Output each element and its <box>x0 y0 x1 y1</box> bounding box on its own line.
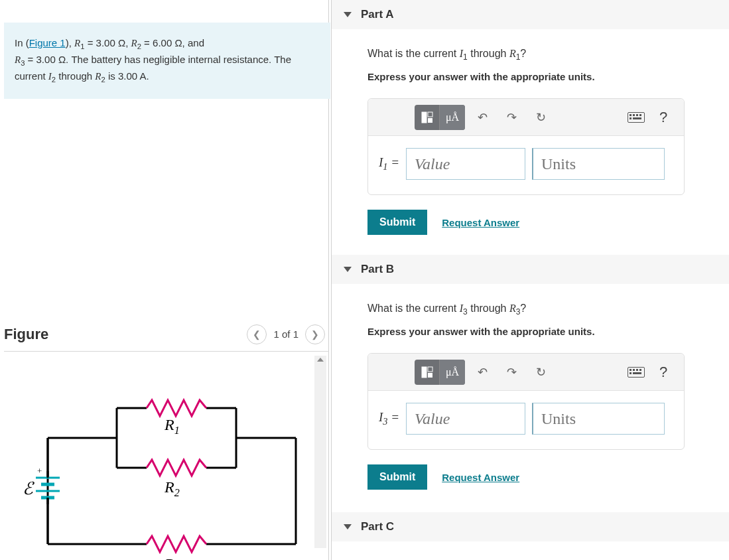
circuit-diagram: + ℰ R1 R2 R3 <box>17 378 309 560</box>
keyboard-button[interactable] <box>623 360 649 385</box>
part-c-header[interactable]: Part C <box>332 512 729 541</box>
part-b-question: What is the current I3 through R3? <box>367 303 716 316</box>
svg-rect-29 <box>428 367 432 372</box>
collapse-icon <box>344 267 352 272</box>
keyboard-icon <box>628 112 645 123</box>
part-b-request-answer-link[interactable]: Request Answer <box>442 472 519 483</box>
part-a-value-input[interactable] <box>406 148 525 180</box>
part-b-value-input[interactable] <box>406 403 525 435</box>
redo-button[interactable]: ↷ <box>498 360 525 385</box>
svg-text:+: + <box>37 466 42 476</box>
redo-button[interactable]: ↷ <box>498 105 525 130</box>
figure-scrollbar[interactable] <box>314 356 326 548</box>
part-a-units-input[interactable] <box>532 148 665 180</box>
svg-rect-25 <box>422 112 427 123</box>
part-b-submit-button[interactable]: Submit <box>367 464 427 490</box>
collapse-icon <box>344 524 352 529</box>
reset-button[interactable]: ↻ <box>527 105 554 130</box>
part-b-var-label: I3 = <box>379 410 399 427</box>
help-button[interactable]: ? <box>652 109 675 126</box>
collapse-icon <box>344 12 352 17</box>
help-button[interactable]: ? <box>652 364 675 381</box>
part-a-answer-box: μÅ ↶ ↷ ↻ ? I1 = <box>367 98 685 195</box>
part-b-instruction: Express your answer with the appropriate… <box>367 326 716 337</box>
part-a-question: What is the current I1 through R1? <box>367 48 716 62</box>
reset-button[interactable]: ↻ <box>527 360 554 385</box>
part-b-units-input[interactable] <box>532 403 665 435</box>
figure-canvas: + ℰ R1 R2 R3 <box>4 352 329 551</box>
part-a-submit-button[interactable]: Submit <box>367 210 427 235</box>
svg-rect-27 <box>428 118 432 123</box>
templates-button[interactable]: μÅ <box>415 105 465 130</box>
svg-rect-26 <box>428 112 432 117</box>
part-b-answer-box: μÅ ↶ ↷ ↻ ? I3 = <box>367 353 685 450</box>
undo-button[interactable]: ↶ <box>469 360 496 385</box>
svg-rect-28 <box>422 367 427 378</box>
figure-prev-button[interactable]: ❮ <box>247 324 267 344</box>
figure-title: Figure <box>4 326 48 343</box>
figure-next-button[interactable]: ❯ <box>305 324 325 344</box>
svg-text:ℰ: ℰ <box>23 479 34 498</box>
part-a-header[interactable]: Part A <box>332 0 729 29</box>
figure-link[interactable]: Figure 1 <box>29 37 66 48</box>
undo-button[interactable]: ↶ <box>469 105 496 130</box>
part-a-instruction: Express your answer with the appropriate… <box>367 71 716 82</box>
problem-statement: In (Figure 1), R1 = 3.00 Ω, R2 = 6.00 Ω,… <box>4 23 330 99</box>
part-b-header[interactable]: Part B <box>332 255 729 284</box>
part-a-request-answer-link[interactable]: Request Answer <box>442 217 519 228</box>
svg-text:R1: R1 <box>164 416 180 436</box>
figure-page-label: 1 of 1 <box>273 328 298 340</box>
svg-text:R2: R2 <box>164 478 180 498</box>
part-a-var-label: I1 = <box>379 155 399 173</box>
svg-rect-30 <box>428 373 432 378</box>
keyboard-button[interactable] <box>623 105 649 130</box>
keyboard-icon <box>628 367 645 378</box>
svg-text:R3: R3 <box>164 555 180 560</box>
templates-button[interactable]: μÅ <box>415 360 465 385</box>
